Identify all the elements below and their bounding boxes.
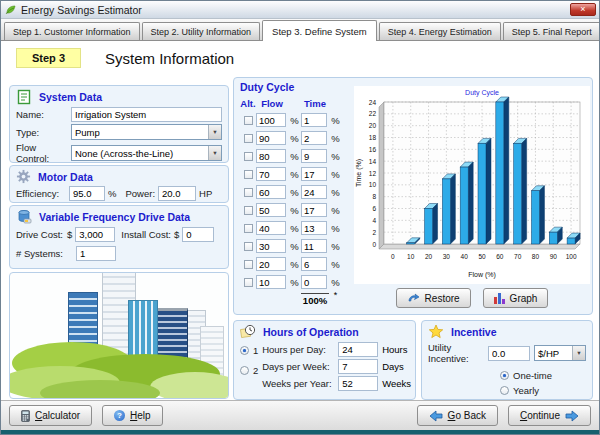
svg-text:Flow (%): Flow (%) [468, 271, 496, 279]
svg-text:14: 14 [369, 158, 377, 165]
svg-text:16: 16 [369, 146, 377, 153]
hours-per-day-row: Hours per Day: Hours [262, 342, 411, 357]
svg-text:0: 0 [372, 241, 376, 248]
utility-incentive-label: Utility Incentive: [428, 342, 484, 364]
system-name-input[interactable] [71, 107, 222, 122]
go-back-button[interactable]: Go Back [417, 405, 498, 426]
radio-selected-icon[interactable] [500, 371, 509, 380]
flow-input[interactable] [256, 221, 286, 235]
alt-checkbox[interactable] [244, 116, 253, 125]
time-input[interactable] [301, 167, 327, 181]
flow-input[interactable] [256, 167, 286, 181]
alt-checkbox[interactable] [244, 278, 253, 287]
hours-title: Hours of Operation [263, 326, 359, 338]
calculator-button[interactable]: Calculator [9, 405, 92, 426]
systems-count-input[interactable] [76, 246, 116, 261]
alt-checkbox[interactable] [244, 170, 253, 179]
svg-text:6: 6 [372, 205, 376, 212]
page-title: System Information [105, 50, 234, 67]
step-tabs: Step 1. Customer Information Step 2. Uti… [1, 19, 599, 40]
utility-incentive-input[interactable] [488, 346, 530, 361]
city-illustration [9, 272, 229, 399]
efficiency-input[interactable] [69, 186, 105, 201]
system-type-select[interactable]: Pump ▼ [71, 124, 222, 140]
type-label: Type: [16, 127, 68, 138]
efficiency-label: Efficiency: [16, 188, 66, 199]
power-input[interactable] [158, 186, 196, 201]
continue-button[interactable]: Continue [508, 405, 591, 426]
footer-toolbar: Calculator ? Help Go Back Continue [1, 400, 599, 430]
incentive-yearly-option[interactable]: Yearly [500, 385, 592, 396]
chevron-down-icon[interactable]: ▼ [208, 146, 221, 160]
flow-control-select[interactable]: None (Across-the-Line) ▼ [71, 145, 222, 161]
drive-cost-input[interactable] [75, 227, 115, 242]
alt-checkbox[interactable] [244, 188, 253, 197]
chevron-down-icon[interactable]: ▼ [572, 346, 585, 360]
incentive-one-time-option[interactable]: One-time [500, 370, 592, 381]
radio-icon[interactable] [240, 366, 249, 375]
time-input[interactable] [301, 113, 327, 127]
time-total: 100% [301, 293, 329, 306]
time-input[interactable] [301, 149, 327, 163]
step3-content: Step 3 System Information System Data Na… [1, 40, 599, 400]
title-bar: Energy Savings Estimator × [1, 1, 599, 19]
incentive-unit-select[interactable]: $/HP ▼ [534, 345, 586, 361]
database-icon [16, 209, 32, 225]
tab-step3-define-system[interactable]: Step 3. Define System [262, 20, 377, 41]
time-input[interactable] [301, 221, 327, 235]
weeks-per-year-input[interactable] [338, 376, 378, 391]
alt-checkbox[interactable] [244, 152, 253, 161]
chevron-down-icon[interactable]: ▼ [208, 125, 221, 139]
time-input[interactable] [301, 275, 327, 289]
help-button[interactable]: ? Help [102, 405, 163, 426]
alt-checkbox[interactable] [244, 134, 253, 143]
time-input[interactable] [301, 239, 327, 253]
tree-bush [150, 372, 229, 399]
time-input[interactable] [301, 131, 327, 145]
tab-step1-customer-information[interactable]: Step 1. Customer Information [4, 22, 140, 40]
alt-checkbox[interactable] [244, 206, 253, 215]
time-input[interactable] [301, 185, 327, 199]
svg-text:22: 22 [369, 110, 377, 117]
app-leaf-icon [5, 4, 17, 16]
install-cost-input[interactable] [182, 227, 214, 242]
radio-icon[interactable] [500, 386, 509, 395]
svg-text:90: 90 [550, 253, 558, 260]
close-button[interactable]: × [570, 3, 596, 16]
hours-per-day-input[interactable] [338, 342, 378, 357]
bar-chart-icon [494, 293, 505, 304]
radio-selected-icon[interactable] [240, 346, 249, 355]
graph-button[interactable]: Graph [483, 288, 549, 308]
alt-checkbox[interactable] [244, 242, 253, 251]
incentive-panel: Incentive Utility Incentive: $/HP ▼ One-… [421, 320, 593, 400]
days-per-week-input[interactable] [338, 359, 378, 374]
hours-option-1[interactable]: 1 [240, 345, 262, 356]
hours-option-2[interactable]: 2 [240, 365, 262, 376]
flow-input[interactable] [256, 131, 286, 145]
system-data-title: System Data [39, 91, 102, 103]
svg-text:20: 20 [369, 122, 377, 129]
flow-input[interactable] [256, 257, 286, 271]
restore-button[interactable]: Restore [396, 288, 471, 308]
alt-checkbox[interactable] [244, 260, 253, 269]
system-data-panel: System Data Name: Type: Pump ▼ Flow Cont… [9, 85, 229, 163]
drive-cost-currency: $ [67, 229, 72, 240]
alt-checkbox[interactable] [244, 224, 253, 233]
flow-input[interactable] [256, 203, 286, 217]
tab-step4-energy-estimation[interactable]: Step 4. Energy Estimation [379, 22, 501, 40]
time-input[interactable] [301, 257, 327, 271]
systems-count-label: # Systems: [16, 248, 64, 259]
power-unit: HP [199, 188, 212, 199]
tab-step5-final-report[interactable]: Step 5. Final Report [503, 22, 600, 40]
flow-input[interactable] [256, 239, 286, 253]
motor-data-title: Motor Data [38, 171, 93, 183]
flow-input[interactable] [256, 185, 286, 199]
svg-text:50: 50 [478, 253, 486, 260]
tab-step2-utility-information[interactable]: Step 2. Utility Information [142, 22, 261, 40]
svg-text:60: 60 [496, 253, 504, 260]
efficiency-unit: % [108, 188, 116, 199]
time-input[interactable] [301, 203, 327, 217]
flow-input[interactable] [256, 275, 286, 289]
flow-input[interactable] [256, 113, 286, 127]
flow-input[interactable] [256, 149, 286, 163]
